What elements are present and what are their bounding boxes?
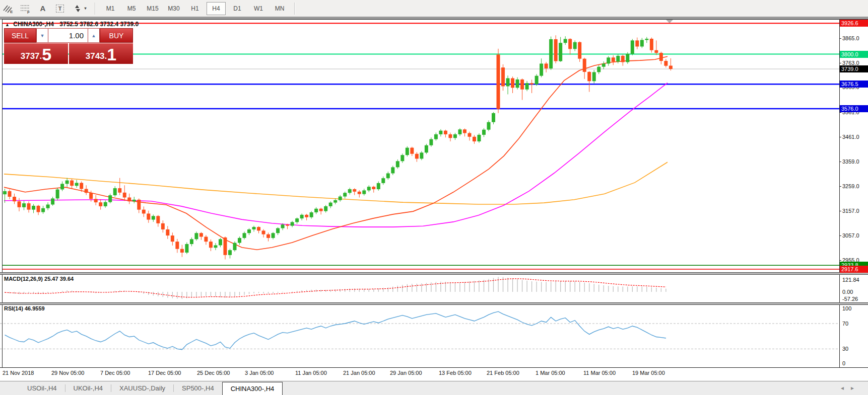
buy-price-big-digit: 1	[107, 46, 116, 62]
timeframe-button-h4[interactable]: H4	[207, 2, 226, 15]
toolbar: E F A T ▾ M1M5M15M30H1H4D1W1MN	[0, 0, 868, 17]
sell-price-big-digit: 5	[42, 46, 51, 62]
timeframe-button-m15[interactable]: M15	[143, 2, 162, 15]
symbol-triangle-icon: ▲	[5, 22, 10, 27]
time-axis-label: 3 Jan 05:00	[245, 370, 274, 376]
price-level-badge: 3576.0	[840, 105, 868, 112]
arrows-icon	[73, 4, 83, 13]
macd-indicator-panel[interactable]	[0, 274, 839, 302]
rsi-scale-label: 100	[842, 305, 851, 311]
text-label-tool-button[interactable]: A	[34, 2, 51, 15]
tab-scroll-right-icon[interactable]: ▸	[851, 384, 861, 391]
trading-platform-window: E F A T ▾ M1M5M15M30H1H4D1W1MN	[0, 0, 868, 395]
price-level-badge: 3926.6	[840, 20, 868, 27]
time-axis-label: 21 Jan 05:00	[343, 370, 375, 376]
time-axis-label: 11 Jan 05:00	[295, 370, 327, 376]
chart-symbol-label: CHINA300-,H4	[13, 21, 54, 28]
arrows-tool-button[interactable]: ▾	[69, 2, 91, 15]
price-axis-tick	[839, 235, 841, 236]
chart-title: ▲ CHINA300-,H4 3752.5 3782.6 3732.4 3739…	[5, 21, 139, 28]
macd-label: MACD(12,26,9) 25.47 39.64	[4, 276, 74, 282]
symbol-tab-china300-h4[interactable]: CHINA300-,H4	[222, 382, 283, 395]
symbol-tab-xauusd-daily[interactable]: XAUUSD-,Daily	[111, 381, 173, 395]
toolbar-separator	[95, 3, 96, 15]
macd-scale-label: -57.26	[842, 296, 858, 302]
price-level-badge: 3739.0	[840, 65, 868, 72]
text-box-tool-button[interactable]: T	[51, 2, 69, 15]
sell-price-display[interactable]: 3737.5	[4, 43, 68, 64]
macd-scale-label: 121.84	[842, 277, 859, 283]
text-box-icon: T	[56, 5, 64, 13]
rsi-label: RSI(14) 46.9559	[4, 305, 45, 311]
text-a-icon: A	[40, 4, 46, 13]
buy-price-main: 3743	[86, 50, 105, 62]
price-axis-tick-label: 3057.0	[842, 232, 859, 239]
timeframe-button-m5[interactable]: M5	[122, 2, 141, 15]
time-axis-border	[0, 367, 868, 368]
sell-button[interactable]: SELL	[4, 28, 36, 43]
price-axis-tick-label: 3259.0	[842, 183, 859, 189]
price-axis-tick	[839, 211, 841, 211]
time-axis-label: 29 Jan 05:00	[390, 370, 422, 376]
toolbar-separator	[294, 3, 295, 15]
buy-price-display[interactable]: 3743.1	[69, 43, 133, 64]
price-axis-tick	[839, 38, 841, 39]
time-axis-label: 21 Nov 2018	[3, 370, 34, 376]
price-level-badge: 3676.5	[840, 81, 868, 88]
svg-text:E: E	[10, 10, 13, 14]
macd-scale-label: 0.00	[842, 289, 853, 295]
hatch-icon: E	[3, 4, 15, 14]
dropdown-caret-icon: ▾	[84, 6, 86, 11]
time-axis-label: 7 Dec 05:00	[100, 370, 130, 376]
spinner-down-icon: ▼	[40, 33, 45, 38]
price-axis-tick-label: 3865.0	[842, 35, 859, 41]
pattern-hatch-tool-button[interactable]: E	[0, 2, 17, 15]
sell-price-main: 3737	[21, 50, 40, 62]
time-axis-label: 25 Dec 05:00	[197, 370, 230, 376]
price-axis-tick	[839, 112, 841, 113]
time-axis-label: 13 Feb 05:00	[439, 370, 472, 376]
price-axis-tick	[839, 63, 841, 63]
rsi-scale-label: 0	[842, 360, 845, 366]
price-level-badge: 2917.6	[840, 266, 868, 273]
time-axis-label: 19 Mar 05:00	[632, 370, 665, 376]
spinner-up-icon: ▲	[92, 33, 96, 38]
svg-text:F: F	[27, 10, 30, 14]
price-axis-tick-label: 3157.0	[842, 208, 859, 214]
symbol-tab-usoil-h4[interactable]: USOil-,H4	[19, 381, 65, 395]
symbol-tabbar: USOil-,H4UKOil-,H4XAUUSD-,DailySP500-,H4…	[0, 381, 868, 395]
price-axis-tick	[839, 260, 841, 261]
rsi-scale-label: 70	[842, 321, 848, 327]
buy-button[interactable]: BUY	[100, 28, 133, 43]
time-axis-label: 21 Feb 05:00	[487, 370, 519, 376]
volume-input[interactable]: 1.00	[48, 28, 88, 43]
volume-decrease-button[interactable]: ▼	[36, 28, 48, 43]
symbol-tab-ukoil-h4[interactable]: UKOil-,H4	[65, 381, 111, 395]
price-axis-tick	[839, 137, 841, 137]
rsi-indicator-panel[interactable]	[0, 304, 839, 367]
timeframe-button-m30[interactable]: M30	[164, 2, 183, 15]
timeframe-button-h1[interactable]: H1	[185, 2, 205, 15]
price-axis-tick-label: 3461.0	[842, 134, 859, 140]
price-axis-tick	[839, 186, 841, 187]
price-axis-tick	[839, 162, 841, 162]
chart-ohlc-values: 3752.5 3782.6 3732.4 3739.0	[59, 21, 139, 28]
one-click-trading-panel: SELL ▼ 1.00 ▲ BUY 3737.5 3743.1	[4, 28, 133, 64]
time-axis-label: 29 Nov 05:00	[51, 370, 84, 376]
timeframe-button-m1[interactable]: M1	[101, 2, 120, 15]
tab-scroll-left-icon[interactable]: ◂	[841, 384, 851, 391]
fibo-lines-icon: F	[20, 4, 32, 14]
fibonacci-tool-button[interactable]: F	[17, 2, 34, 15]
price-level-badge: 3800.0	[840, 51, 868, 58]
tab-scroll-arrows: ◂▸	[841, 384, 861, 391]
volume-increase-button[interactable]: ▲	[88, 28, 100, 43]
rsi-scale-label: 30	[842, 346, 848, 352]
time-axis-label: 11 Mar 05:00	[583, 370, 616, 376]
timeframe-button-w1[interactable]: W1	[249, 2, 268, 15]
symbol-tab-sp500-h4[interactable]: SP500-,H4	[174, 381, 222, 395]
timeframe-button-mn[interactable]: MN	[270, 2, 289, 15]
price-axis-tick-label: 3359.0	[842, 159, 859, 165]
timeframe-button-d1[interactable]: D1	[228, 2, 247, 15]
time-axis-label: 17 Dec 05:00	[148, 370, 181, 376]
time-axis-label: 1 Mar 05:00	[536, 370, 565, 376]
